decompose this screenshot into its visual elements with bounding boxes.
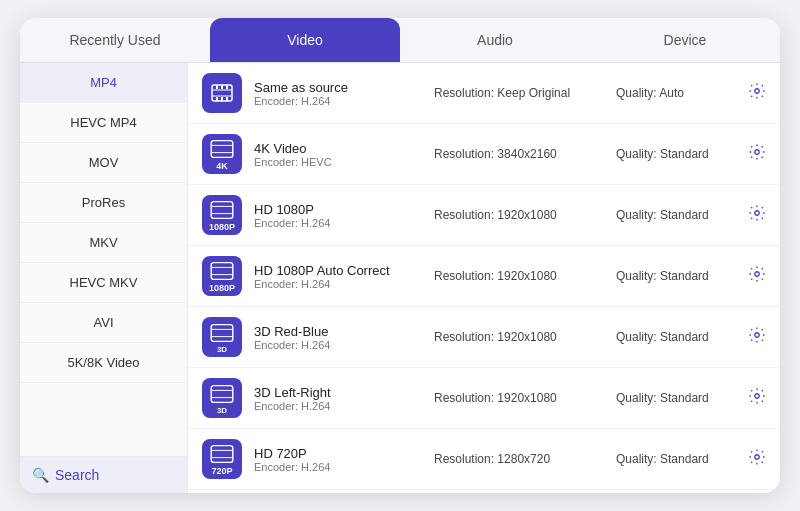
svg-rect-14 — [211, 202, 233, 219]
format-info-4k-video: 4K VideoEncoder: HEVC — [254, 141, 422, 168]
format-icon-4k-video: 4K — [202, 134, 242, 174]
body: MP4HEVC MP4MOVProResMKVHEVC MKVAVI5K/8K … — [20, 63, 780, 493]
format-resolution-hd-1080p: Resolution: 1920x1080 — [434, 208, 604, 222]
format-quality-3d-red-blue: Quality: Standard — [616, 330, 736, 344]
format-row-hd-1080p[interactable]: 1080PHD 1080PEncoder: H.264Resolution: 1… — [188, 185, 780, 246]
format-encoder-3d-red-blue: Encoder: H.264 — [254, 339, 422, 351]
format-resolution-4k-video: Resolution: 3840x2160 — [434, 147, 604, 161]
format-encoder-same-as-source: Encoder: H.264 — [254, 95, 422, 107]
format-resolution-3d-left-right: Resolution: 1920x1080 — [434, 391, 604, 405]
svg-rect-26 — [211, 385, 233, 402]
format-info-hd-1080p: HD 1080PEncoder: H.264 — [254, 202, 422, 229]
format-row-hd-1080p-auto[interactable]: 1080PHD 1080P Auto CorrectEncoder: H.264… — [188, 246, 780, 307]
format-icon-hd-720p: 720P — [202, 439, 242, 479]
svg-rect-4 — [216, 97, 218, 101]
format-info-same-as-source: Same as sourceEncoder: H.264 — [254, 80, 422, 107]
gear-button-3d-left-right[interactable] — [748, 387, 766, 409]
search-button[interactable]: 🔍Search — [20, 456, 187, 493]
format-icon-3d-red-blue: 3D — [202, 317, 242, 357]
content-area: Same as sourceEncoder: H.264Resolution: … — [188, 63, 780, 493]
svg-rect-18 — [211, 263, 233, 280]
format-info-hd-720p: HD 720PEncoder: H.264 — [254, 446, 422, 473]
sidebar-item-5k8k[interactable]: 5K/8K Video — [20, 343, 187, 383]
format-icon-3d-left-right: 3D — [202, 378, 242, 418]
svg-point-17 — [755, 211, 760, 216]
svg-point-13 — [755, 150, 760, 155]
tab-video[interactable]: Video — [210, 18, 400, 62]
sidebar-item-hevc-mp4[interactable]: HEVC MP4 — [20, 103, 187, 143]
format-resolution-same-as-source: Resolution: Keep Original — [434, 86, 604, 100]
format-row-hd-720p-auto[interactable]: 720PHD 720P Auto CorrectEncoder: H.264Re… — [188, 490, 780, 493]
format-resolution-3d-red-blue: Resolution: 1920x1080 — [434, 330, 604, 344]
sidebar-item-mkv[interactable]: MKV — [20, 223, 187, 263]
format-quality-3d-left-right: Quality: Standard — [616, 391, 736, 405]
sidebar-item-prores[interactable]: ProRes — [20, 183, 187, 223]
sidebar-item-mp4[interactable]: MP4 — [20, 63, 187, 103]
format-icon-hd-1080p-auto: 1080P — [202, 256, 242, 296]
format-quality-same-as-source: Quality: Auto — [616, 86, 736, 100]
gear-button-4k-video[interactable] — [748, 143, 766, 165]
svg-rect-2 — [221, 85, 223, 89]
format-encoder-hd-1080p: Encoder: H.264 — [254, 217, 422, 229]
svg-point-9 — [755, 89, 760, 94]
gear-button-hd-1080p[interactable] — [748, 204, 766, 226]
format-encoder-hd-720p: Encoder: H.264 — [254, 461, 422, 473]
tab-device[interactable]: Device — [590, 18, 780, 62]
svg-point-29 — [755, 394, 760, 399]
sidebar-item-avi[interactable]: AVI — [20, 303, 187, 343]
format-row-same-as-source[interactable]: Same as sourceEncoder: H.264Resolution: … — [188, 63, 780, 124]
format-quality-4k-video: Quality: Standard — [616, 147, 736, 161]
format-resolution-hd-1080p-auto: Resolution: 1920x1080 — [434, 269, 604, 283]
tab-audio[interactable]: Audio — [400, 18, 590, 62]
gear-button-hd-1080p-auto[interactable] — [748, 265, 766, 287]
format-info-3d-red-blue: 3D Red-BlueEncoder: H.264 — [254, 324, 422, 351]
format-icon-hd-1080p: 1080P — [202, 195, 242, 235]
svg-rect-1 — [216, 85, 218, 89]
sidebar: MP4HEVC MP4MOVProResMKVHEVC MKVAVI5K/8K … — [20, 63, 188, 493]
format-encoder-4k-video: Encoder: HEVC — [254, 156, 422, 168]
format-quality-hd-1080p-auto: Quality: Standard — [616, 269, 736, 283]
format-row-hd-720p[interactable]: 720PHD 720PEncoder: H.264Resolution: 128… — [188, 429, 780, 490]
svg-point-33 — [755, 455, 760, 460]
format-encoder-3d-left-right: Encoder: H.264 — [254, 400, 422, 412]
format-encoder-hd-1080p-auto: Encoder: H.264 — [254, 278, 422, 290]
format-name-hd-720p: HD 720P — [254, 446, 422, 461]
sidebar-item-hevc-mkv[interactable]: HEVC MKV — [20, 263, 187, 303]
format-resolution-hd-720p: Resolution: 1280x720 — [434, 452, 604, 466]
gear-button-same-as-source[interactable] — [748, 82, 766, 104]
svg-rect-22 — [211, 324, 233, 341]
format-quality-hd-1080p: Quality: Standard — [616, 208, 736, 222]
tab-recently-used[interactable]: Recently Used — [20, 18, 210, 62]
format-name-3d-red-blue: 3D Red-Blue — [254, 324, 422, 339]
format-row-3d-left-right[interactable]: 3D3D Left-RightEncoder: H.264Resolution:… — [188, 368, 780, 429]
format-row-3d-red-blue[interactable]: 3D3D Red-BlueEncoder: H.264Resolution: 1… — [188, 307, 780, 368]
svg-rect-10 — [211, 141, 233, 158]
format-icon-same-as-source — [202, 73, 242, 113]
svg-rect-3 — [226, 85, 228, 89]
svg-point-21 — [755, 272, 760, 277]
gear-button-hd-720p[interactable] — [748, 448, 766, 470]
format-info-hd-1080p-auto: HD 1080P Auto CorrectEncoder: H.264 — [254, 263, 422, 290]
svg-rect-5 — [221, 97, 223, 101]
svg-rect-30 — [211, 446, 233, 463]
format-row-4k-video[interactable]: 4K4K VideoEncoder: HEVCResolution: 3840x… — [188, 124, 780, 185]
format-name-3d-left-right: 3D Left-Right — [254, 385, 422, 400]
svg-point-25 — [755, 333, 760, 338]
format-name-hd-1080p: HD 1080P — [254, 202, 422, 217]
format-name-4k-video: 4K Video — [254, 141, 422, 156]
format-name-same-as-source: Same as source — [254, 80, 422, 95]
search-icon: 🔍 — [32, 467, 49, 483]
sidebar-item-mov[interactable]: MOV — [20, 143, 187, 183]
main-container: Recently UsedVideoAudioDevice MP4HEVC MP… — [20, 18, 780, 493]
tab-bar: Recently UsedVideoAudioDevice — [20, 18, 780, 63]
search-label: Search — [55, 467, 99, 483]
gear-button-3d-red-blue[interactable] — [748, 326, 766, 348]
format-quality-hd-720p: Quality: Standard — [616, 452, 736, 466]
format-name-hd-1080p-auto: HD 1080P Auto Correct — [254, 263, 422, 278]
svg-rect-6 — [226, 97, 228, 101]
format-info-3d-left-right: 3D Left-RightEncoder: H.264 — [254, 385, 422, 412]
